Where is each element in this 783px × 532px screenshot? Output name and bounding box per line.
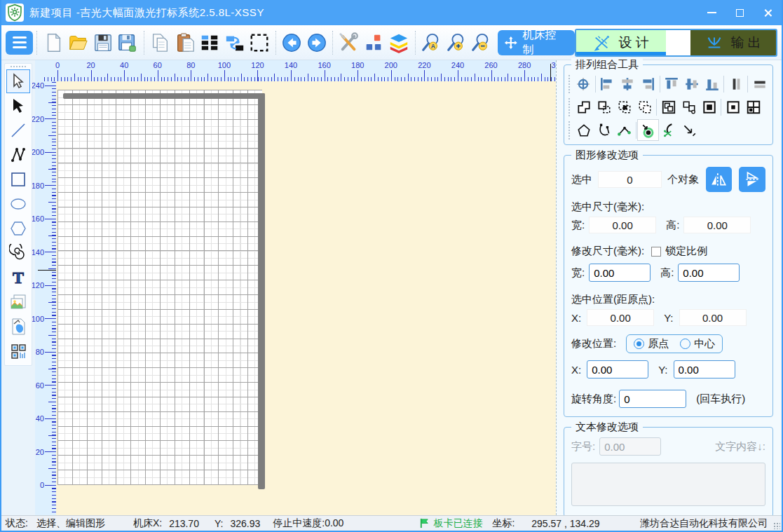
rotate-angle-input[interactable]: [619, 390, 686, 408]
radio-origin-dot: [634, 339, 644, 349]
align-bottom-button[interactable]: [702, 74, 722, 94]
maximize-button[interactable]: [726, 0, 754, 25]
close-curve-button[interactable]: [573, 120, 594, 140]
align-right-button[interactable]: [638, 74, 658, 94]
modify-x-input[interactable]: [587, 360, 648, 378]
board-status: 板卡已连接: [433, 517, 482, 530]
resize-grip[interactable]: [773, 522, 780, 529]
save-button[interactable]: [90, 29, 115, 57]
drawing-canvas[interactable]: [56, 81, 559, 515]
design-pencil-ruler-icon: [593, 34, 611, 52]
radio-center-dot: [680, 339, 690, 349]
ruler-v-label: 60: [36, 381, 44, 390]
group-button[interactable]: [658, 97, 679, 117]
selected-count-row: 选中 0 个对象: [571, 167, 765, 192]
edit-nodes-button[interactable]: [614, 120, 634, 140]
radio-origin[interactable]: 原点: [634, 337, 669, 350]
select-area-button[interactable]: [247, 29, 271, 57]
menu-button[interactable]: [6, 31, 33, 55]
tool-line[interactable]: [6, 118, 30, 142]
cut-curve-button[interactable]: [658, 120, 679, 140]
weld-union-button[interactable]: [573, 97, 594, 117]
ruler-v-label: 240: [32, 81, 44, 90]
tool-ellipse[interactable]: [6, 192, 30, 216]
window-title: 新建项目 -吉光大幅面激光打标系统2.5.8L-XSSY: [29, 6, 264, 20]
flip-horizontal-button[interactable]: [706, 167, 733, 192]
align-left-button[interactable]: [597, 74, 618, 94]
distribute-h-button[interactable]: [726, 74, 746, 94]
board-connected-icon: [419, 518, 430, 528]
right-panel: 排列组合工具: [556, 60, 782, 515]
close-button[interactable]: [754, 0, 782, 25]
coord-label: 坐标:: [492, 517, 515, 530]
ruler-v-label: 20: [36, 448, 44, 456]
paste-icon: [175, 32, 196, 53]
work-area-top-border: [63, 93, 265, 99]
minimize-button[interactable]: [697, 0, 726, 25]
machine-control-button[interactable]: 机床控制: [498, 30, 575, 55]
select-node-button[interactable]: [638, 120, 658, 140]
matrix-icon: [9, 342, 27, 360]
tool-sidebar: T: [4, 63, 32, 366]
tool-polygon[interactable]: [6, 217, 30, 240]
align-top-button[interactable]: [662, 74, 682, 94]
paste-button[interactable]: [172, 29, 197, 57]
open-file-button[interactable]: [66, 29, 90, 57]
settings-tools-button[interactable]: [336, 29, 361, 57]
machine-y-value: 326.93: [230, 518, 260, 529]
zoom-in-button[interactable]: [444, 29, 468, 57]
back-arrow-icon: [281, 32, 302, 53]
modify-y-input[interactable]: [674, 360, 735, 378]
split-grid-button[interactable]: [743, 97, 763, 117]
tool-text[interactable]: T: [6, 266, 30, 289]
pick-node-button[interactable]: [679, 120, 699, 140]
flip-vertical-button[interactable]: [739, 167, 765, 192]
tool-spiral[interactable]: [6, 241, 30, 265]
align-center-both-button[interactable]: [573, 74, 594, 94]
polyline-icon: [9, 146, 27, 164]
transform-swap-button[interactable]: [222, 29, 247, 57]
tool-vector-fill[interactable]: [6, 315, 30, 339]
toolbar: A 机床控制 设 计 输 出: [1, 25, 782, 60]
tool-rectangle[interactable]: [6, 168, 30, 191]
modify-width-input[interactable]: [589, 264, 651, 282]
tab-output[interactable]: 输 出: [690, 30, 776, 55]
radio-center[interactable]: 中心: [680, 337, 715, 350]
copy-button[interactable]: [148, 29, 172, 57]
work-area-grid[interactable]: [57, 90, 262, 485]
align-middle-button[interactable]: [681, 74, 702, 94]
open-curve-button[interactable]: [594, 120, 614, 140]
save-as-button[interactable]: [115, 29, 139, 57]
toolbar-separator: [36, 31, 37, 55]
tool-select[interactable]: [6, 69, 30, 93]
layers-button[interactable]: [386, 29, 411, 57]
ruler-v-label: 120: [32, 281, 44, 289]
new-file-button[interactable]: [41, 29, 65, 57]
trim-subtract-button[interactable]: [594, 97, 614, 117]
zoom-fit-button[interactable]: A: [419, 29, 444, 57]
modify-height-input[interactable]: [678, 264, 740, 282]
array-copy-button[interactable]: [198, 29, 222, 57]
redo-button[interactable]: [304, 29, 329, 57]
tool-polyline[interactable]: [6, 143, 30, 167]
intersect-button[interactable]: [614, 97, 634, 117]
array-icon: [199, 32, 220, 53]
machine-y-label: Y:: [215, 518, 223, 529]
lock-ratio-checkbox[interactable]: [651, 247, 661, 257]
align-center-h-button[interactable]: [618, 74, 638, 94]
distribute-v-button[interactable]: [749, 74, 770, 94]
tool-node-edit[interactable]: [6, 94, 30, 118]
font-size-row: 字号: 文字内容↓:: [571, 437, 765, 456]
marquee-icon: [249, 32, 270, 53]
selected-pos-row: X: 0.00 Y: 0.00: [571, 309, 765, 326]
tool-array-mark[interactable]: [6, 339, 30, 363]
fill-solid-button[interactable]: [699, 97, 719, 117]
tool-image[interactable]: [6, 290, 30, 314]
ungroup-button[interactable]: [679, 97, 699, 117]
outline-center-button[interactable]: [723, 97, 743, 117]
undo-button[interactable]: [280, 29, 304, 57]
exclude-button[interactable]: [634, 97, 655, 117]
ruler-h-label: 60: [154, 61, 162, 69]
fill-params-button[interactable]: [362, 29, 386, 57]
zoom-out-button[interactable]: [468, 29, 493, 57]
